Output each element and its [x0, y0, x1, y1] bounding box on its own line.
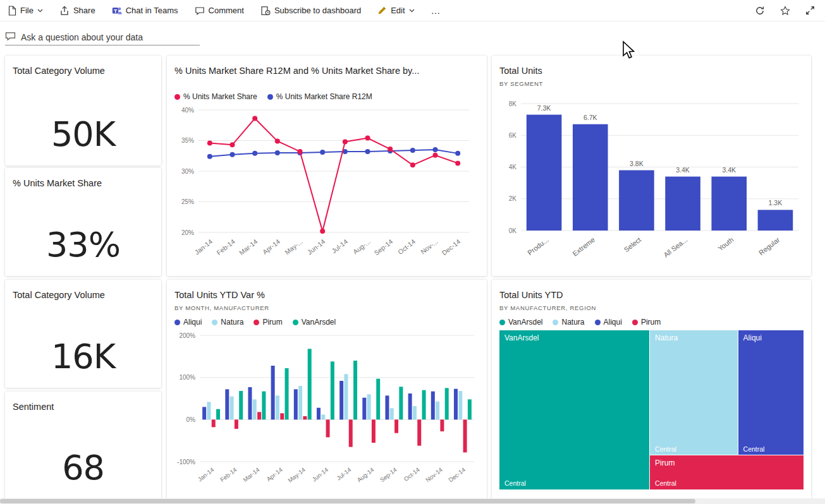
bar[interactable] — [303, 416, 307, 419]
bar[interactable] — [422, 390, 426, 420]
scrollbar-thumb[interactable] — [0, 499, 695, 503]
tile-total-units-ytd-var[interactable]: Total Units YTD Var % BY MONTH, MANUFACT… — [167, 280, 487, 499]
data-point[interactable] — [275, 138, 280, 143]
data-point[interactable] — [252, 116, 257, 121]
bar[interactable] — [376, 379, 380, 420]
bar[interactable] — [468, 399, 472, 419]
bar[interactable] — [431, 392, 435, 420]
more-options-button[interactable]: … — [431, 5, 441, 16]
bar[interactable] — [711, 177, 747, 231]
bar[interactable] — [202, 407, 206, 419]
data-point[interactable] — [343, 139, 348, 144]
bar[interactable] — [573, 124, 608, 231]
bar[interactable] — [458, 391, 462, 419]
data-point[interactable] — [320, 229, 325, 234]
bar[interactable] — [212, 419, 216, 427]
bar[interactable] — [353, 361, 357, 419]
treemap-node[interactable]: VanArsdelCentral — [499, 330, 650, 489]
data-point[interactable] — [230, 142, 235, 147]
bar[interactable] — [271, 366, 275, 419]
tile-units-market-share-card[interactable]: % Units Market Share 33% — [5, 168, 161, 276]
data-point[interactable] — [207, 140, 212, 145]
bar[interactable] — [665, 177, 700, 231]
fullscreen-button[interactable] — [805, 6, 815, 15]
data-point[interactable] — [433, 153, 438, 158]
bar[interactable] — [239, 391, 243, 419]
data-point[interactable] — [207, 154, 212, 159]
bar[interactable] — [207, 402, 211, 419]
treemap-node[interactable]: PirumCentral — [650, 455, 804, 489]
bar[interactable] — [298, 386, 302, 419]
tile-total-category-volume-2[interactable]: Total Category Volume 16K — [5, 280, 161, 388]
bar[interactable] — [463, 419, 467, 452]
data-point[interactable] — [320, 150, 325, 155]
legend-item[interactable]: % Units Market Share — [174, 92, 257, 101]
bar[interactable] — [349, 419, 353, 447]
legend-item[interactable]: Natura — [212, 318, 243, 327]
bar[interactable] — [262, 392, 266, 420]
bar[interactable] — [399, 387, 403, 419]
bar[interactable] — [230, 397, 234, 420]
bar[interactable] — [408, 393, 412, 419]
refresh-button[interactable] — [755, 6, 765, 16]
bar[interactable] — [344, 374, 348, 419]
bar[interactable] — [436, 402, 439, 420]
bar[interactable] — [619, 171, 654, 231]
legend-item[interactable]: Pirum — [254, 318, 282, 327]
legend-item[interactable]: Aliqui — [595, 318, 622, 327]
treemap-node[interactable]: AliquiCentral — [738, 330, 804, 455]
bar[interactable] — [362, 398, 366, 420]
bar[interactable] — [527, 115, 562, 231]
grouped-bar-chart[interactable]: -100%0%100%200%Jan-14Feb-14Mar-14Apr-14M… — [174, 329, 479, 496]
bar[interactable] — [413, 406, 417, 419]
legend-item[interactable]: Aliqui — [174, 318, 202, 327]
bar[interactable] — [372, 419, 376, 443]
bar[interactable] — [248, 387, 252, 419]
legend-item[interactable]: Pirum — [632, 318, 661, 327]
treemap[interactable]: VanArsdelCentralNaturaCentralAliquiCentr… — [499, 330, 804, 489]
legend-item[interactable]: VanArsdel — [499, 318, 542, 327]
data-point[interactable] — [365, 136, 370, 141]
bar[interactable] — [225, 389, 229, 419]
subscribe-button[interactable]: Subscribe to dashboard — [260, 6, 361, 16]
data-point[interactable] — [410, 148, 415, 153]
bar[interactable] — [331, 361, 334, 419]
bar[interactable] — [445, 388, 449, 419]
data-point[interactable] — [298, 149, 303, 154]
bar[interactable] — [253, 399, 257, 419]
bar[interactable] — [417, 419, 421, 445]
bar[interactable] — [385, 395, 389, 419]
file-menu[interactable]: File — [8, 6, 43, 16]
data-point[interactable] — [410, 162, 415, 167]
bar[interactable] — [367, 394, 371, 419]
tile-market-share-line-chart[interactable]: % Units Market Share R12M and % Units Ma… — [167, 56, 487, 276]
data-point[interactable] — [455, 160, 460, 165]
tile-sentiment-card[interactable]: Sentiment 68 — [5, 392, 161, 499]
tile-total-category-volume-1[interactable]: Total Category Volume 50K — [5, 56, 161, 165]
bar[interactable] — [758, 210, 793, 231]
bar[interactable] — [276, 395, 279, 419]
edit-menu[interactable]: Edit — [377, 6, 414, 15]
bar[interactable] — [235, 419, 238, 429]
bar[interactable] — [294, 389, 298, 419]
bar[interactable] — [339, 381, 343, 419]
bar[interactable] — [317, 408, 321, 420]
chat-in-teams-button[interactable]: Chat in Teams — [112, 6, 178, 16]
bar[interactable] — [454, 389, 458, 420]
bar[interactable] — [326, 419, 330, 437]
favorite-button[interactable] — [780, 6, 790, 16]
data-point[interactable] — [275, 150, 280, 155]
qna-input[interactable]: Ask a question about your data — [5, 29, 200, 45]
data-point[interactable] — [433, 147, 438, 152]
legend-item[interactable]: Natura — [553, 318, 584, 327]
share-button[interactable]: Share — [59, 6, 95, 16]
bar[interactable] — [394, 419, 398, 433]
tile-total-units-by-segment[interactable]: Total Units BY SEGMENT 0K2K4K6K8K7.3KPro… — [492, 56, 811, 276]
data-point[interactable] — [252, 151, 257, 156]
horizontal-scrollbar[interactable] — [0, 498, 825, 504]
bar[interactable] — [390, 408, 394, 419]
bar[interactable] — [285, 368, 289, 419]
data-point[interactable] — [455, 151, 460, 156]
line-chart[interactable]: 20%25%30%35%40%Jan-14Feb-14Mar-14Apr-14M… — [174, 104, 479, 269]
comment-button[interactable]: Comment — [195, 6, 244, 16]
